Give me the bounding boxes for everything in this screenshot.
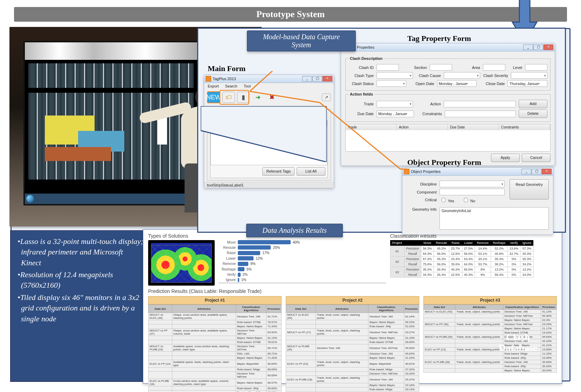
tag-form-title: Tag Properties (350, 45, 523, 49)
min-icon[interactable]: _ (523, 44, 533, 50)
viewer-group: Viewer Tag View Clash ID Open Date Trade… (207, 107, 331, 181)
discipline-select[interactable] (440, 181, 505, 187)
column-icon[interactable]: ▮ (237, 92, 250, 103)
bullet-3: •Tiled display six 46" monitors in a 3x2… (18, 292, 144, 324)
min-icon[interactable]: _ (521, 169, 531, 174)
apply-button[interactable]: Apply (491, 154, 520, 162)
bullet-2: •Resolution of 12.4 megapixels (5760x216… (18, 270, 144, 291)
tag-form-label: Tag Property Form (407, 34, 471, 43)
col-trade[interactable]: Trade (269, 120, 298, 126)
area-input[interactable] (483, 64, 505, 71)
obj-form-label: Object Property Form (407, 158, 481, 167)
duedate-input[interactable]: Monday , Janua (376, 111, 414, 117)
max-icon[interactable]: ▢ (532, 169, 541, 174)
close-icon[interactable]: × (323, 76, 332, 82)
menu-export[interactable]: Export (208, 84, 219, 88)
main-frame: Model-based Data Capture System Main For… (11, 28, 570, 382)
section-input[interactable] (430, 64, 452, 71)
menu-tool[interactable]: Tool (244, 84, 251, 88)
menu-search[interactable]: Search (225, 84, 237, 88)
add-button[interactable]: Add (519, 100, 547, 108)
clashcause-select[interactable] (444, 72, 480, 79)
bullet-1: •Lasso is a 32-point multi-touch display… (18, 236, 144, 268)
tag-property-window: Tag Properties _▢× Clash Description Cla… (341, 43, 555, 166)
component-input[interactable] (440, 189, 505, 195)
main-form-title: TagPlus 2013 (213, 77, 302, 81)
clashsev-select[interactable] (511, 72, 547, 79)
closedate-input[interactable]: Thursday, Janua (507, 80, 547, 87)
surface-plot (148, 240, 215, 286)
tab-tagview[interactable]: Tag View (210, 113, 231, 120)
chip-results: Data Analysis Results (246, 224, 343, 237)
main-menu: Export Search Tool (204, 83, 334, 89)
cancel-button[interactable]: Cancel (522, 154, 551, 162)
delete-icon[interactable]: ✖ (266, 92, 278, 103)
critical-no[interactable] (464, 198, 468, 202)
start-orb-icon (26, 195, 34, 203)
clash-database: Clash Database (483, 318, 553, 367)
chip-capture: Model-based Data Capture System (247, 30, 356, 51)
clash-desc-group: Clash Description Clash ID Section Area … (345, 56, 551, 91)
clashid-input[interactable] (376, 64, 399, 71)
arrow-icon[interactable]: ➜ (252, 92, 264, 103)
read-geometry-button[interactable]: Read Geometry (510, 179, 549, 200)
hardware-bullets: •Lasso is a 32-point multi-touch display… (10, 230, 151, 382)
col-clashid[interactable]: Clash ID (211, 120, 240, 126)
col-action[interactable]: Action (298, 120, 327, 126)
page: Prototype System Model-based Data Captur… (0, 0, 581, 392)
classification-table: ProjectMoveRerouteRaiseLowerRemoveReshap… (390, 240, 534, 278)
max-icon[interactable]: ▢ (312, 76, 322, 82)
clashtype-select[interactable] (376, 72, 413, 79)
relevant-tags-button[interactable]: Relevant Tags (262, 167, 295, 176)
solutions-bar-chart: Move40%Reroute25%Raise17%Lower12%Remove8… (219, 239, 386, 283)
trade-select[interactable] (376, 101, 413, 107)
geometry-info-box[interactable]: GeometryInfoList (440, 207, 549, 230)
critical-yes[interactable] (441, 198, 446, 202)
new-icon[interactable]: NEW (207, 91, 220, 103)
obj-form-title: Object Properties (411, 169, 521, 174)
opendate-input[interactable]: Monday , Janua (437, 80, 477, 87)
action-fields-group: Action fields Trade Action Add Due DateM… (345, 92, 551, 122)
status-bar: toolStripStatusLabel1 (204, 182, 334, 188)
title-bar: Prototype System (14, 7, 567, 22)
delete-button[interactable]: Delete (519, 110, 547, 118)
constraints-input[interactable] (445, 111, 516, 117)
action-input[interactable] (444, 101, 516, 107)
close-icon[interactable]: × (544, 44, 553, 50)
clashstatus-select[interactable] (376, 80, 406, 87)
main-form-window: TagPlus 2013 _▢× Export Search Tool NEW … (204, 75, 334, 188)
object-property-window: Object Properties _▢× Discipline Compone… (402, 167, 553, 235)
expand-icon[interactable]: ↗ (322, 93, 331, 101)
app-icon (404, 169, 409, 174)
pred-title: Prediction Results (Class Lable: Respons… (148, 288, 557, 294)
types-title: Types of Solutions (148, 233, 215, 239)
tag-icon[interactable]: 🏷 (222, 92, 235, 103)
level-input[interactable] (525, 64, 547, 71)
close-icon[interactable]: × (542, 169, 552, 174)
max-icon[interactable]: ▢ (533, 44, 543, 50)
list-all-button[interactable]: List All (297, 167, 325, 176)
main-toolbar: NEW 🏷 ▮ ➜ ✖ ↗ (204, 89, 334, 105)
main-form-label: Main Form (208, 64, 245, 73)
min-icon[interactable]: _ (302, 76, 312, 82)
app-icon (206, 76, 211, 82)
col-opendate[interactable]: Open Date (240, 120, 269, 126)
